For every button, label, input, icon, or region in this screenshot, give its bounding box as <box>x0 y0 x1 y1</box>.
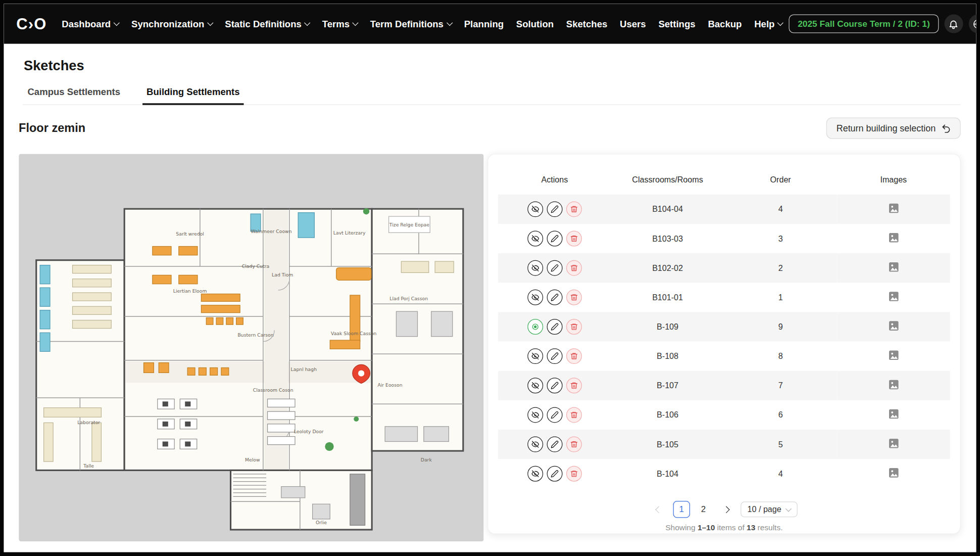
room-image-icon[interactable] <box>887 202 900 215</box>
delete-room-button[interactable] <box>566 290 582 305</box>
room-label: Lad Tiom <box>272 272 293 277</box>
room-image-icon[interactable] <box>887 290 900 303</box>
room-label: Bustern Carson <box>237 332 273 338</box>
nav-item-sketches[interactable]: Sketches <box>560 18 613 29</box>
edit-room-button[interactable] <box>547 260 562 276</box>
main-content: Sketches Campus SettlementsBuilding Sett… <box>4 44 976 552</box>
pagination-page-1[interactable]: 1 <box>673 501 690 518</box>
location-marker-button[interactable] <box>527 319 543 335</box>
room-label: Laborator <box>77 420 100 425</box>
room-label: Walnmeer Coown <box>251 228 291 234</box>
nav-item-backup[interactable]: Backup <box>702 18 748 29</box>
edit-room-button[interactable] <box>547 348 562 364</box>
pagination-next-button[interactable] <box>718 501 734 518</box>
nav-item-terms[interactable]: Terms <box>316 18 364 29</box>
delete-room-button[interactable] <box>566 348 582 364</box>
return-building-selection-button[interactable]: Return building selection <box>826 118 961 139</box>
nav-item-settings[interactable]: Settings <box>652 18 702 29</box>
edit-room-button[interactable] <box>547 201 562 217</box>
room-image-icon[interactable] <box>887 319 900 332</box>
panels-row: Sarlt wredol Walnmeer Coown Lavt Literza… <box>19 154 961 541</box>
edit-room-button[interactable] <box>547 319 562 335</box>
edit-room-button[interactable] <box>547 290 562 305</box>
table-row: B-108 8 <box>498 342 950 371</box>
nav-item-planning[interactable]: Planning <box>458 18 510 29</box>
screen-frame: C›O DashboardSynchronizationStatic Defin… <box>0 0 980 556</box>
return-button-label: Return building selection <box>837 123 936 133</box>
nav-item-help[interactable]: Help <box>748 18 789 29</box>
room-image-icon[interactable] <box>887 231 900 244</box>
delete-room-button[interactable] <box>566 378 582 393</box>
room-image-icon[interactable] <box>887 379 900 391</box>
nav-right: 2025 Fall Course Term / 2 (ID: 1) <box>789 14 976 33</box>
room-order: 8 <box>724 342 837 371</box>
delete-room-button[interactable] <box>566 201 582 217</box>
pagination-prev-button[interactable] <box>651 501 667 518</box>
column-header-classrooms: Classrooms/Rooms <box>611 164 724 194</box>
edit-room-button[interactable] <box>547 437 562 452</box>
room-image-icon[interactable] <box>887 467 900 479</box>
chevron-down-icon <box>353 20 359 26</box>
room-label: Liertian Eloom <box>173 288 207 294</box>
delete-room-button[interactable] <box>566 231 582 247</box>
room-name: B-108 <box>611 342 724 371</box>
chevron-down-icon <box>447 20 453 26</box>
toggle-visibility-button[interactable] <box>527 466 543 482</box>
nav-item-label: Settings <box>658 18 695 29</box>
chevron-down-icon <box>777 20 783 26</box>
room-label: Lavt Literzary <box>333 230 366 236</box>
delete-room-button[interactable] <box>566 319 582 335</box>
toggle-visibility-button[interactable] <box>527 201 543 217</box>
nav-item-users[interactable]: Users <box>614 18 652 29</box>
room-image-icon[interactable] <box>887 349 900 361</box>
room-name: B101-01 <box>611 283 724 312</box>
room-label: Orlie <box>316 520 327 525</box>
room-order: 7 <box>724 371 837 400</box>
floor-title: Floor zemin <box>19 121 85 135</box>
notifications-bell-icon[interactable] <box>944 14 963 33</box>
nav-item-solution[interactable]: Solution <box>510 18 560 29</box>
results-summary: Showing 1–10 items of 13 results. <box>498 524 950 532</box>
delete-room-button[interactable] <box>566 407 582 423</box>
room-order: 6 <box>724 400 837 430</box>
room-label: Lapnl hagh <box>291 366 317 372</box>
toggle-visibility-button[interactable] <box>527 290 543 305</box>
pagination-page-2[interactable]: 2 <box>695 501 712 518</box>
tab-campus-settlements[interactable]: Campus Settlements <box>24 81 124 105</box>
toggle-visibility-button[interactable] <box>527 260 543 276</box>
room-label: Llad Porj Casson <box>389 296 428 301</box>
delete-room-button[interactable] <box>566 437 582 452</box>
toggle-visibility-button[interactable] <box>527 231 543 247</box>
table-row: B102-02 2 <box>498 253 950 283</box>
delete-room-button[interactable] <box>566 260 582 276</box>
edit-room-button[interactable] <box>547 407 562 423</box>
app-logo[interactable]: C›O <box>16 15 46 33</box>
nav-item-term-definitions[interactable]: Term Definitions <box>364 18 458 29</box>
room-order: 1 <box>724 283 837 312</box>
chevron-down-icon <box>304 20 310 26</box>
nav-item-synchronization[interactable]: Synchronization <box>125 18 219 29</box>
toggle-visibility-button[interactable] <box>527 348 543 364</box>
tab-building-settlements[interactable]: Building Settlements <box>143 81 243 105</box>
floor-plan-panel[interactable]: Sarlt wredol Walnmeer Coown Lavt Literza… <box>19 154 484 541</box>
nav-item-static-definitions[interactable]: Static Definitions <box>219 18 316 29</box>
floor-plan-canvas[interactable]: Sarlt wredol Walnmeer Coown Lavt Literza… <box>19 154 484 541</box>
active-term-badge[interactable]: 2025 Fall Course Term / 2 (ID: 1) <box>789 14 939 33</box>
delete-room-button[interactable] <box>566 466 582 482</box>
language-globe-icon[interactable] <box>968 14 976 33</box>
room-image-icon[interactable] <box>887 261 900 273</box>
rooms-table-panel: Actions Classrooms/Rooms Order Images <box>487 154 961 534</box>
room-name: B-105 <box>611 430 724 459</box>
room-image-icon[interactable] <box>887 408 900 421</box>
table-row: B104-04 4 <box>498 195 950 224</box>
edit-room-button[interactable] <box>547 378 562 393</box>
nav-item-dashboard[interactable]: Dashboard <box>56 18 125 29</box>
toggle-visibility-button[interactable] <box>527 378 543 393</box>
toggle-visibility-button[interactable] <box>527 437 543 452</box>
edit-room-button[interactable] <box>547 466 562 482</box>
toggle-visibility-button[interactable] <box>527 407 543 423</box>
edit-room-button[interactable] <box>547 231 562 247</box>
table-row: B101-01 1 <box>498 283 950 312</box>
room-image-icon[interactable] <box>887 437 900 450</box>
page-size-select[interactable]: 10 / page <box>741 501 798 517</box>
